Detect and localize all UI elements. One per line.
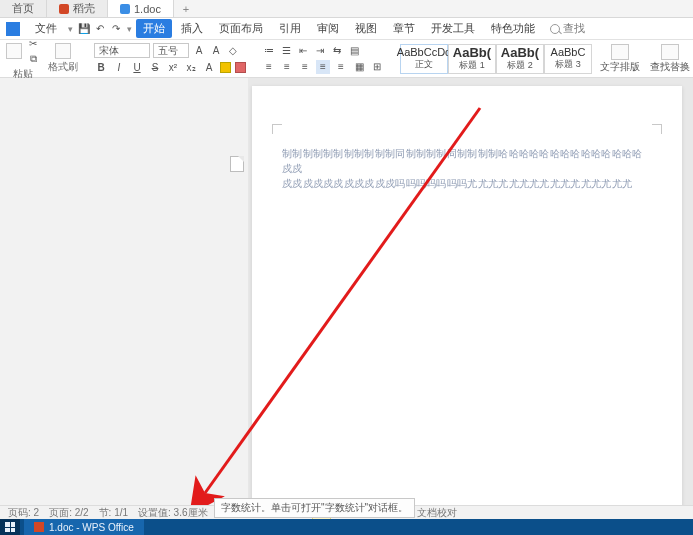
style-heading1[interactable]: AaBb( 标题 1 (448, 44, 496, 74)
menu-bar: 文件 ▾ 💾 ↶ ↷ ▾ 开始 插入 页面布局 引用 审阅 视图 章节 开发工具… (0, 18, 693, 40)
tab-shell[interactable]: 稻壳 (47, 0, 108, 17)
copy-icon[interactable]: ⧉ (26, 52, 40, 66)
tab-home-label: 首页 (12, 1, 34, 16)
workspace-tabs: 首页 稻壳 1.doc + (0, 0, 693, 18)
start-button[interactable] (0, 519, 20, 535)
tab-home[interactable]: 首页 (0, 0, 47, 17)
menu-section[interactable]: 章节 (386, 19, 422, 38)
border-icon[interactable]: ⊞ (370, 60, 384, 74)
style-preview: AaBb( (501, 46, 539, 59)
outdent-icon[interactable]: ⇤ (296, 44, 310, 58)
wordcount-tooltip: 字数统计。单击可打开"字数统计"对话框。 (214, 498, 415, 518)
bullets-icon[interactable]: ≔ (262, 44, 276, 58)
find-replace-icon (661, 44, 679, 60)
document-area: 制制制制制制制制制制制同制制制制同制制制制哈哈哈哈哈哈哈哈哈哈哈哈哈哈戍戍 戍戍… (0, 78, 693, 505)
style-heading3[interactable]: AaBbC 标题 3 (544, 44, 592, 74)
find-replace-button[interactable]: 查找替换 (650, 44, 690, 74)
indent-icon[interactable]: ⇥ (313, 44, 327, 58)
find-replace-label: 查找替换 (650, 60, 690, 74)
highlight-color-icon[interactable] (220, 62, 231, 73)
doc-icon (120, 4, 130, 14)
tab-document-label: 1.doc (134, 3, 161, 15)
menu-dev[interactable]: 开发工具 (424, 19, 482, 38)
menu-insert[interactable]: 插入 (174, 19, 210, 38)
save-icon[interactable]: 💾 (77, 22, 91, 36)
strike-icon[interactable]: S (148, 60, 162, 74)
grow-font-icon[interactable]: A (192, 43, 206, 57)
style-name: 标题 2 (507, 59, 533, 72)
taskbar-app-label: 1.doc - WPS Office (49, 522, 134, 533)
align-justify-icon[interactable]: ≡ (316, 60, 330, 74)
tab-icon[interactable]: ⇆ (330, 44, 344, 58)
margin-mark-icon (272, 124, 282, 134)
shell-icon (59, 4, 69, 14)
style-preview: AaBbC (551, 47, 586, 58)
style-normal[interactable]: AaBbCcDd 正文 (400, 44, 448, 74)
wps-icon (34, 522, 44, 532)
shrink-font-icon[interactable]: A (209, 43, 223, 57)
subscript-icon[interactable]: x₂ (184, 60, 198, 74)
document-page[interactable]: 制制制制制制制制制制制同制制制制同制制制制哈哈哈哈哈哈哈哈哈哈哈哈哈哈戍戍 戍戍… (252, 86, 682, 505)
taskbar-app-wps[interactable]: 1.doc - WPS Office (24, 519, 144, 535)
word-options-button[interactable]: 文字排版 (600, 44, 640, 74)
font-color-icon[interactable]: A (202, 60, 216, 74)
menu-file[interactable]: 文件 (28, 19, 64, 38)
align-left-icon[interactable]: ≡ (262, 60, 276, 74)
search-box[interactable]: 查找 (550, 21, 585, 36)
status-page[interactable]: 页面: 2/2 (49, 506, 88, 520)
font-name-select[interactable]: 宋体 (94, 43, 150, 58)
format-painter-label: 格式刷 (48, 60, 78, 74)
font-size-select[interactable]: 五号 (153, 43, 189, 58)
cut-icon[interactable]: ✂ (26, 37, 40, 51)
tab-document[interactable]: 1.doc (108, 0, 174, 17)
format-painter-group: 格式刷 (48, 43, 78, 74)
menu-reference[interactable]: 引用 (272, 19, 308, 38)
style-heading2[interactable]: AaBb( 标题 2 (496, 44, 544, 74)
menu-file-dropdown-icon[interactable]: ▾ (66, 24, 75, 34)
left-gutter (0, 78, 248, 505)
menu-view[interactable]: 视图 (348, 19, 384, 38)
menu-start[interactable]: 开始 (136, 19, 172, 38)
qat-dropdown-icon[interactable]: ▾ (125, 24, 134, 34)
ribbon-right-group: 文字排版 查找替换 选择 (600, 44, 693, 74)
numbering-icon[interactable]: ☰ (279, 44, 293, 58)
status-section[interactable]: 节: 1/1 (99, 506, 128, 520)
document-text-line: 制制制制制制制制制制制同制制制制同制制制制哈哈哈哈哈哈哈哈哈哈哈哈哈哈戍戍 (282, 146, 652, 176)
paste-icon[interactable] (6, 43, 22, 59)
clear-format-icon[interactable]: ◇ (226, 43, 240, 57)
styles-gallery: AaBbCcDd 正文 AaBb( 标题 1 AaBb( 标题 2 AaBbC … (400, 44, 592, 74)
text-color-icon[interactable] (235, 62, 246, 73)
style-name: 标题 1 (459, 59, 485, 72)
italic-icon[interactable]: I (112, 60, 126, 74)
search-icon (550, 24, 560, 34)
bold-icon[interactable]: B (94, 60, 108, 74)
tab-shell-label: 稻壳 (73, 1, 95, 16)
menu-pagelayout[interactable]: 页面布局 (212, 19, 270, 38)
distribute-icon[interactable]: ≡ (334, 60, 348, 74)
linespace-icon[interactable]: ▤ (347, 44, 361, 58)
app-menu-icon[interactable] (6, 22, 20, 36)
page-thumbnail-icon (230, 156, 244, 172)
status-pageno[interactable]: 页码: 2 (8, 506, 39, 520)
tab-add-button[interactable]: + (174, 0, 198, 17)
status-setval[interactable]: 设置值: 3.6厘米 (138, 506, 207, 520)
status-proof-label: 文档校对 (417, 506, 457, 520)
search-placeholder: 查找 (563, 21, 585, 36)
align-right-icon[interactable]: ≡ (298, 60, 312, 74)
font-group: 宋体 五号 A A ◇ B I U S x² x₂ A (94, 43, 246, 74)
redo-icon[interactable]: ↷ (109, 22, 123, 36)
margin-mark-icon (652, 124, 662, 134)
shading-icon[interactable]: ▦ (352, 60, 366, 74)
menu-special[interactable]: 特色功能 (484, 19, 542, 38)
style-name: 标题 3 (555, 58, 581, 71)
ribbon: ✂ ⧉ 粘贴 格式刷 宋体 五号 A A ◇ B I U S x² x₂ A (0, 40, 693, 78)
document-text-line: 戍戍戍戍戍戍戍戍戍戍戍吗吗吗吗吗吗吗尤尤尤尤尤尤尤尤尤尤尤尤尤尤尤尤 (282, 176, 652, 191)
align-center-icon[interactable]: ≡ (280, 60, 294, 74)
superscript-icon[interactable]: x² (166, 60, 180, 74)
paragraph-group: ≔ ☰ ⇤ ⇥ ⇆ ▤ ≡ ≡ ≡ ≡ ≡ ▦ ⊞ (262, 44, 384, 74)
underline-icon[interactable]: U (130, 60, 144, 74)
menu-review[interactable]: 审阅 (310, 19, 346, 38)
paste-group: ✂ ⧉ 粘贴 (6, 37, 40, 81)
format-painter-icon[interactable] (55, 43, 71, 59)
undo-icon[interactable]: ↶ (93, 22, 107, 36)
